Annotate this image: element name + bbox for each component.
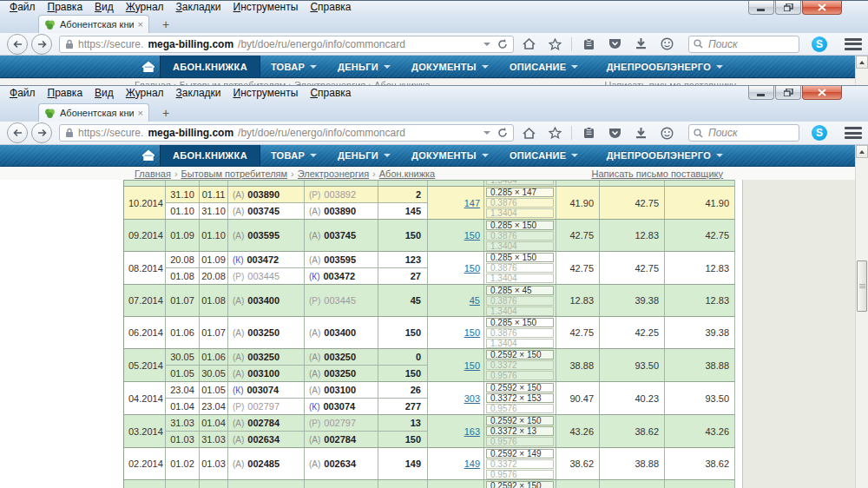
tab-abonent-book[interactable]: Абонентская книжка < Эл... × bbox=[38, 103, 149, 122]
url-dropdown-icon[interactable] bbox=[483, 43, 490, 46]
breadcrumb-link-1[interactable]: Бытовым потребителям bbox=[181, 168, 288, 179]
scrollbar-back-window[interactable] bbox=[855, 56, 868, 85]
search-box[interactable] bbox=[688, 36, 799, 53]
hello-smiley-icon[interactable] bbox=[655, 122, 678, 143]
bookmark-star-icon[interactable] bbox=[543, 122, 566, 143]
pocket-icon[interactable] bbox=[603, 34, 626, 55]
nav-item-0[interactable]: АБОН.КНИЖКА bbox=[160, 145, 260, 166]
meter-reading-row: 20.0801.09(К)003472(А)003595123 bbox=[166, 252, 428, 267]
skype-icon[interactable]: S bbox=[812, 125, 827, 141]
nav-item-1[interactable]: ТОВАР bbox=[260, 145, 327, 166]
search-input[interactable] bbox=[707, 126, 794, 140]
menu-item-help[interactable]: Справка bbox=[304, 1, 357, 14]
nav-provider-menu[interactable]: ДНЕПРООБЛЭНЕРГО bbox=[596, 145, 733, 166]
scroll-up-button[interactable] bbox=[856, 56, 868, 69]
menu-item-history[interactable]: Журнал bbox=[120, 87, 170, 100]
nav-item-1[interactable]: ТОВАР bbox=[260, 56, 327, 77]
url-dropdown-icon[interactable] bbox=[483, 131, 490, 135]
nav-item-3[interactable]: ДОКУМЕНТЫ bbox=[401, 145, 499, 166]
consumption-link[interactable]: 150 bbox=[464, 230, 480, 241]
minimize-button[interactable] bbox=[748, 1, 774, 15]
pocket-icon[interactable] bbox=[603, 122, 626, 143]
tab-abonent-book[interactable]: Абонентская книжка < Эл... × bbox=[38, 15, 149, 33]
search-input[interactable] bbox=[707, 37, 794, 51]
tab-close-icon[interactable]: × bbox=[138, 109, 143, 118]
menu-item-tools[interactable]: Инструменты bbox=[227, 87, 305, 100]
breadcrumb-link-3[interactable]: Абон.книжка bbox=[379, 168, 435, 179]
total-consumption-cell: 149 bbox=[428, 448, 484, 479]
consumption-link[interactable]: 147 bbox=[464, 198, 480, 208]
menu-item-view[interactable]: Вид bbox=[89, 87, 120, 100]
consumption-link[interactable]: 150 bbox=[464, 327, 480, 338]
hello-smiley-icon[interactable] bbox=[655, 34, 678, 55]
tariff-line: 0.3372 bbox=[486, 360, 554, 370]
bookmarks-clipboard-icon[interactable] bbox=[577, 34, 600, 55]
home-icon[interactable] bbox=[517, 122, 540, 143]
forward-button[interactable] bbox=[31, 34, 52, 55]
menu-item-view[interactable]: Вид bbox=[89, 1, 120, 14]
nav-item-4[interactable]: ОПИСАНИЕ bbox=[499, 56, 589, 77]
menu-item-history[interactable]: Журнал bbox=[120, 1, 170, 14]
menu-hamburger-icon[interactable] bbox=[845, 127, 862, 139]
amount-cell-3 bbox=[665, 181, 735, 186]
nav-home-button[interactable] bbox=[137, 145, 160, 166]
nav-provider-menu[interactable]: ДНЕПРООБЛЭНЕРГО bbox=[596, 56, 733, 77]
maximize-button[interactable] bbox=[775, 1, 801, 15]
close-button[interactable] bbox=[802, 1, 842, 15]
date-to-cell: 31.10 bbox=[200, 203, 228, 219]
back-button[interactable] bbox=[7, 122, 28, 143]
nav-home-button[interactable] bbox=[137, 56, 160, 77]
consumption-link[interactable]: 149 bbox=[464, 458, 480, 469]
new-tab-button[interactable]: + bbox=[156, 16, 175, 31]
consumption-link[interactable]: 150 bbox=[464, 360, 480, 371]
maximize-button[interactable] bbox=[775, 86, 801, 100]
consumption-link[interactable]: 163 bbox=[464, 426, 480, 437]
tab-close-icon[interactable]: × bbox=[138, 20, 143, 30]
url-domain: mega-billing.com bbox=[148, 38, 233, 50]
nav-item-0[interactable]: АБОН.КНИЖКА bbox=[160, 56, 260, 77]
consumption-link[interactable]: 150 bbox=[464, 263, 480, 274]
amount-cell-1: 12.83 bbox=[556, 285, 600, 316]
nav-item-4[interactable]: ОПИСАНИЕ bbox=[499, 145, 589, 166]
close-button[interactable] bbox=[802, 86, 842, 100]
meter-reading-row: 01.0701.08(А)003400(Р)00344545 bbox=[166, 285, 428, 316]
nav-item-2[interactable]: ДЕНЬГИ bbox=[327, 56, 401, 77]
url-bar[interactable]: https://secure.mega-billing.com/byt/doe/… bbox=[59, 124, 514, 142]
reload-icon[interactable] bbox=[497, 39, 508, 49]
menu-item-bookmarks[interactable]: Закладки bbox=[170, 87, 227, 100]
minimize-button[interactable] bbox=[748, 86, 774, 100]
write-letter-link[interactable]: Написать письмо поставщику bbox=[591, 168, 723, 179]
nav-item-2[interactable]: ДЕНЬГИ bbox=[327, 145, 401, 166]
new-tab-button[interactable]: + bbox=[156, 105, 175, 120]
scrollbar-thumb[interactable] bbox=[857, 260, 867, 312]
meter-type-tag: (А) bbox=[233, 296, 244, 306]
reading-rows: 30.0501.06(А)003250(А)003250001.0530.05(… bbox=[166, 349, 428, 381]
url-bar[interactable]: https://secure.mega-billing.com/byt/doe/… bbox=[59, 36, 514, 53]
nav-item-3[interactable]: ДОКУМЕНТЫ bbox=[401, 56, 499, 77]
scroll-up-button[interactable] bbox=[856, 145, 868, 158]
download-icon[interactable] bbox=[629, 122, 652, 143]
menu-item-help[interactable]: Справка bbox=[304, 87, 357, 100]
skype-icon[interactable]: S bbox=[812, 36, 827, 52]
menu-hamburger-icon[interactable] bbox=[845, 38, 862, 50]
home-icon[interactable] bbox=[517, 34, 540, 55]
menu-item-file[interactable]: Файл bbox=[3, 87, 42, 100]
search-box[interactable] bbox=[688, 124, 799, 142]
amount-cell-2 bbox=[600, 181, 665, 186]
breadcrumb-link-2[interactable]: Электроэнергия bbox=[298, 168, 369, 179]
back-button[interactable] bbox=[7, 34, 28, 55]
menu-item-edit[interactable]: Правка bbox=[42, 87, 89, 100]
consumption-link[interactable]: 303 bbox=[464, 393, 480, 404]
breadcrumb-link-0[interactable]: Главная bbox=[135, 168, 171, 179]
menu-item-edit[interactable]: Правка bbox=[42, 1, 89, 14]
consumption-link[interactable]: 45 bbox=[470, 295, 480, 306]
bookmarks-clipboard-icon[interactable] bbox=[577, 122, 600, 143]
scrollbar-front-window[interactable] bbox=[855, 145, 868, 488]
menu-item-tools[interactable]: Инструменты bbox=[227, 1, 305, 14]
reload-icon[interactable] bbox=[497, 128, 508, 138]
forward-button[interactable] bbox=[31, 122, 52, 143]
bookmark-star-icon[interactable] bbox=[543, 34, 566, 55]
menu-item-bookmarks[interactable]: Закладки bbox=[170, 1, 227, 14]
menu-item-file[interactable]: Файл bbox=[3, 1, 42, 14]
download-icon[interactable] bbox=[629, 34, 652, 55]
